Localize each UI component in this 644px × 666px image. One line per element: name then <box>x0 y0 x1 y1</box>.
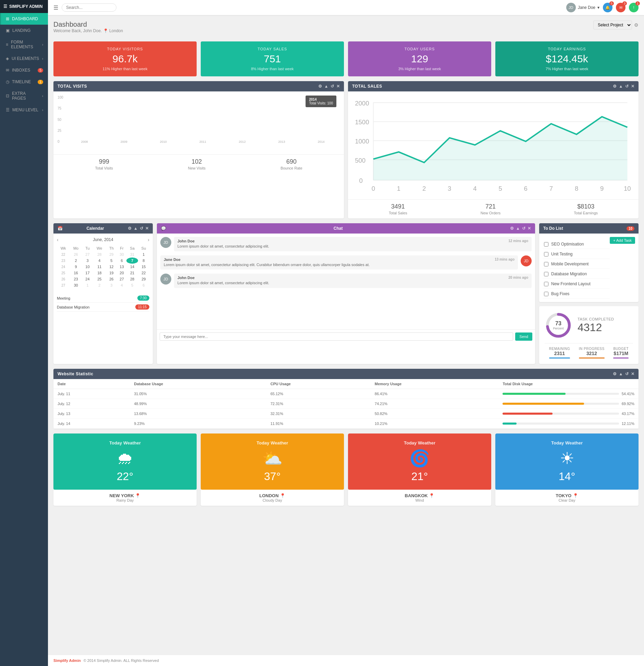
cal-day[interactable]: 8 <box>138 257 149 264</box>
settings-icon[interactable]: ⚙ <box>613 372 617 376</box>
cal-day[interactable]: 29 <box>106 251 117 257</box>
task-completed-label: TASK COMPLETED <box>578 317 633 321</box>
settings-icon[interactable]: ⚙ <box>128 226 132 231</box>
cal-day[interactable]: 15 <box>138 264 149 270</box>
close-icon[interactable]: ✕ <box>145 226 149 231</box>
todo-checkbox[interactable] <box>544 272 548 276</box>
cal-day[interactable]: 19 <box>106 270 117 276</box>
total-earnings-label: Total Earnings <box>574 211 598 215</box>
expand-icon[interactable]: ▲ <box>619 372 623 376</box>
settings-icon[interactable]: ⚙ <box>318 84 322 89</box>
add-task-button[interactable]: + Add Task <box>610 237 635 244</box>
todo-checkbox[interactable] <box>544 252 548 256</box>
chat-icon: 💬 <box>161 226 166 231</box>
cal-day[interactable]: 27 <box>117 276 126 282</box>
cal-day[interactable]: 13 <box>117 264 126 270</box>
cal-day[interactable]: 4 <box>117 282 126 288</box>
refresh-icon[interactable]: ↺ <box>331 84 334 89</box>
cal-day[interactable]: 31 <box>126 251 138 257</box>
cal-day[interactable]: 5 <box>106 257 117 264</box>
stat-cards: TODAY VISITORS 96.7k 11% Higher than las… <box>53 41 639 76</box>
cal-day[interactable]: 2 <box>93 282 106 288</box>
hamburger-icon[interactable]: ☰ <box>53 4 58 11</box>
cal-day[interactable]: 23 <box>70 276 82 282</box>
todo-checkbox[interactable] <box>544 262 548 266</box>
sidebar-item-dashboard[interactable]: ⊞ DASHBOARD <box>0 13 48 25</box>
expand-icon[interactable]: ▲ <box>134 226 138 231</box>
user-menu[interactable]: JD Jane Doe ▾ <box>566 3 599 12</box>
next-month-button[interactable]: › <box>148 237 149 242</box>
cal-day[interactable]: 29 <box>138 276 149 282</box>
cal-day[interactable]: 10 <box>82 264 93 270</box>
cal-day[interactable]: 3 <box>106 282 117 288</box>
expand-icon[interactable]: ▲ <box>324 84 329 89</box>
refresh-icon[interactable]: ↺ <box>625 372 629 376</box>
refresh-icon[interactable]: ↺ <box>625 84 629 89</box>
cal-day[interactable]: 26 <box>106 276 117 282</box>
settings-icon[interactable]: ⚙ <box>510 226 514 231</box>
chat-message-input[interactable] <box>160 332 513 341</box>
sidebar-item-landing[interactable]: ▣ LANDING <box>0 25 48 36</box>
cal-day[interactable]: 30 <box>117 251 126 257</box>
notification-bell[interactable]: 🔔 5 <box>603 3 612 12</box>
project-dropdown[interactable]: Select Project Project Alpha Project Bet… <box>593 21 632 29</box>
prev-month-button[interactable]: ‹ <box>57 237 59 242</box>
alert-icon[interactable]: ! 1 <box>629 3 639 12</box>
close-icon[interactable]: ✕ <box>528 226 531 231</box>
cal-day[interactable]: 5 <box>126 282 138 288</box>
todo-checkbox[interactable] <box>544 282 548 286</box>
cal-day[interactable]: 16 <box>70 270 82 276</box>
sidebar-item-menu-level[interactable]: ☰ MENU LEVEL › <box>0 104 48 116</box>
sidebar-item-label: UI ELEMENTS <box>12 56 39 61</box>
cell-disk: 69.92% <box>498 399 639 409</box>
cal-day[interactable]: 24 <box>82 276 93 282</box>
cal-day[interactable]: 6 <box>117 257 126 264</box>
cal-day[interactable]: 17 <box>82 270 93 276</box>
close-icon[interactable]: ✕ <box>336 84 340 89</box>
sales-card-header: TOTAL SALES ⚙ ▲ ↺ ✕ <box>348 81 639 91</box>
cal-day[interactable]: 28 <box>93 251 106 257</box>
cal-day[interactable]: 18 <box>93 270 106 276</box>
cal-day[interactable]: 9 <box>70 264 82 270</box>
cal-day[interactable]: 4 <box>93 257 106 264</box>
cal-day[interactable]: 25 <box>93 276 106 282</box>
cal-day[interactable]: 28 <box>126 276 138 282</box>
cal-day[interactable]: 26 <box>70 251 82 257</box>
cal-day[interactable]: 6 <box>138 282 149 288</box>
expand-icon[interactable]: ▲ <box>619 84 623 89</box>
cal-day[interactable]: 21 <box>126 270 138 276</box>
cal-day[interactable]: 7 <box>126 257 138 264</box>
gear-icon[interactable]: ⚙ <box>634 22 639 28</box>
cal-day[interactable]: 2 <box>70 257 82 264</box>
cal-day[interactable]: 22 <box>138 270 149 276</box>
cal-day[interactable]: 11 <box>93 264 106 270</box>
expand-icon[interactable]: ▲ <box>516 226 520 231</box>
cal-day[interactable]: 20 <box>117 270 126 276</box>
refresh-icon[interactable]: ↺ <box>522 226 525 231</box>
chat-send-button[interactable]: Send <box>515 332 532 341</box>
close-icon[interactable]: ✕ <box>631 84 635 89</box>
sidebar-item-ui-elements[interactable]: ◈ UI ELEMENTS › <box>0 53 48 64</box>
chat-message-1: JD John Doe 12 mins ago Lorem ipsum dolo… <box>160 237 532 251</box>
todo-checkbox[interactable] <box>544 242 548 247</box>
cal-day[interactable]: 27 <box>82 251 93 257</box>
sidebar-item-form-elements[interactable]: ≡ FORM ELEMENTS › <box>0 36 48 53</box>
stat-sub: 8% Higher than last week <box>206 67 338 71</box>
cal-th-fr: Fr <box>117 245 126 251</box>
cal-day[interactable]: 30 <box>70 282 82 288</box>
cal-day[interactable]: 14 <box>126 264 138 270</box>
cal-day[interactable]: 12 <box>106 264 117 270</box>
refresh-icon[interactable]: ↺ <box>140 226 143 231</box>
settings-icon[interactable]: ⚙ <box>613 84 617 89</box>
todo-checkbox[interactable] <box>544 292 548 296</box>
sidebar-item-extra-pages[interactable]: ⊡ EXTRA PAGES › <box>0 88 48 104</box>
sidebar-item-inboxes[interactable]: ✉ INBOXES 5 <box>0 64 48 76</box>
cal-day[interactable]: 1 <box>138 251 149 257</box>
close-icon[interactable]: ✕ <box>631 372 635 376</box>
footer-brand-link[interactable]: Simplify Admin <box>53 658 81 663</box>
search-input[interactable] <box>62 3 116 12</box>
sidebar-item-timeline[interactable]: ◷ TIMELINE 1 <box>0 76 48 88</box>
cal-day[interactable]: 1 <box>82 282 93 288</box>
cal-day[interactable]: 3 <box>82 257 93 264</box>
message-icon[interactable]: ✉ 3 <box>616 3 626 12</box>
